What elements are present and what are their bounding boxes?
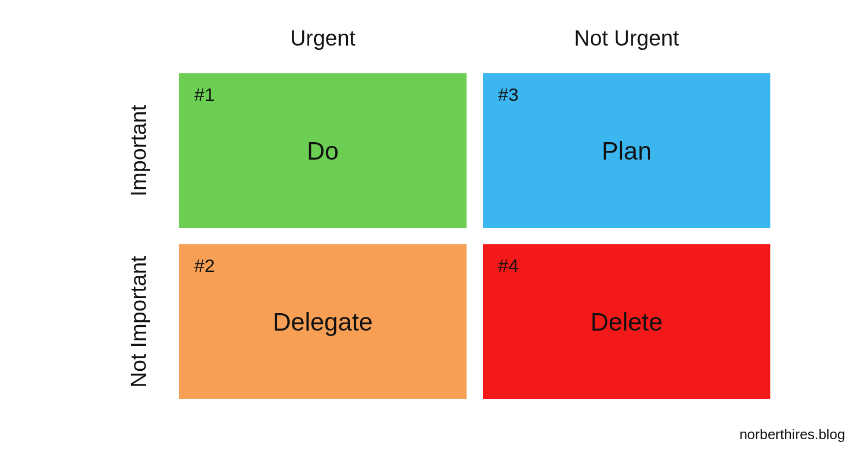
- quadrant-delete-label: Delete: [591, 307, 663, 337]
- column-header-urgent: Urgent: [179, 26, 467, 50]
- quadrant-delete-badge: #4: [498, 255, 519, 276]
- quadrant-delete: #4 Delete: [483, 244, 770, 399]
- attribution-text: norberthires.blog: [739, 426, 845, 443]
- quadrant-delegate-label: Delegate: [273, 307, 373, 337]
- row-header-not-important: Not Important: [126, 244, 151, 399]
- eisenhower-matrix: Urgent Not Urgent Important #1 Do #3 Pla…: [114, 19, 770, 399]
- column-header-not-urgent: Not Urgent: [483, 26, 770, 50]
- quadrant-do-badge: #1: [194, 84, 215, 105]
- quadrant-delegate-badge: #2: [194, 255, 215, 276]
- quadrant-do: #1 Do: [179, 73, 467, 228]
- quadrant-do-label: Do: [307, 136, 339, 166]
- quadrant-plan-label: Plan: [602, 136, 652, 166]
- row-header-important: Important: [126, 73, 151, 228]
- quadrant-delegate: #2 Delegate: [179, 244, 467, 399]
- quadrant-plan: #3 Plan: [483, 73, 770, 228]
- quadrant-plan-badge: #3: [498, 84, 519, 105]
